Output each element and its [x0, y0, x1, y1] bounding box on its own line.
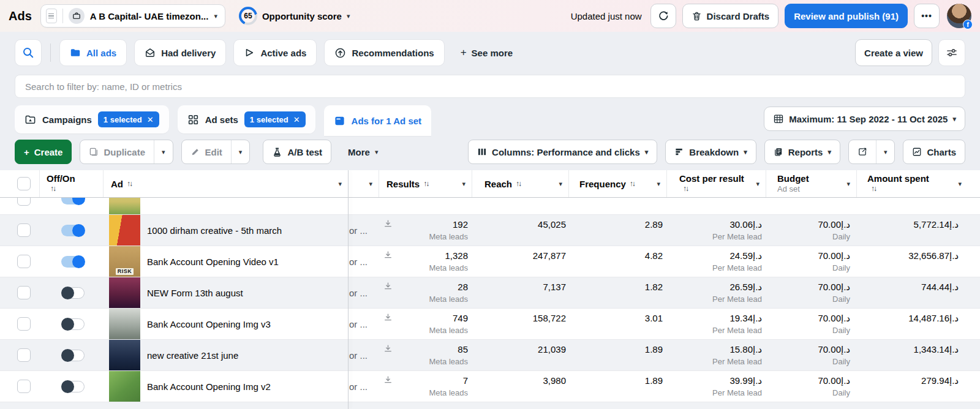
opportunity-score[interactable]: 65 Opportunity score ▾: [239, 7, 350, 25]
close-icon[interactable]: ✕: [293, 115, 300, 124]
download-leads-icon[interactable]: [383, 250, 393, 260]
view-settings-button[interactable]: [938, 39, 965, 66]
edit-button[interactable]: Edit: [182, 140, 231, 163]
row-checkbox[interactable]: [17, 348, 31, 362]
ad-sets-selected-badge[interactable]: 1 selected ✕: [244, 111, 306, 127]
budget-cell[interactable]: 70.00د.إDaily: [766, 215, 856, 246]
charts-button[interactable]: Charts: [903, 140, 965, 164]
ab-test-button[interactable]: A/B test: [263, 140, 331, 164]
ad-name-link[interactable]: new creative 21st june: [147, 350, 238, 361]
ads-icon: [334, 115, 345, 127]
row-checkbox[interactable]: [17, 286, 31, 299]
search-input[interactable]: [15, 75, 965, 98]
results-cell: 192Meta leads: [379, 215, 472, 246]
amount-spent-cell: 1,343.14د.إ: [856, 340, 980, 370]
column-header-ad[interactable]: Ad↑↓ ▾: [103, 170, 348, 197]
ad-toggle[interactable]: [61, 318, 85, 330]
close-icon[interactable]: ✕: [147, 115, 154, 124]
divider: [50, 43, 51, 62]
ad-toggle[interactable]: [61, 198, 85, 204]
amount-spent-cell: 5,772.14د.إ: [856, 215, 980, 246]
ad-name-link[interactable]: 1000 dirham creative - 5th march: [147, 225, 282, 236]
download-leads-icon[interactable]: [383, 219, 393, 228]
row-checkbox[interactable]: [17, 317, 31, 331]
ad-thumbnail: [109, 198, 140, 214]
edit-dropdown[interactable]: ▾: [231, 140, 250, 163]
chevron-down-icon: ▾: [827, 148, 831, 156]
partial-row-bottom: [0, 402, 980, 409]
download-leads-icon[interactable]: [383, 313, 393, 322]
account-selector[interactable]: A B Capital- UAE timezon... ▾: [40, 4, 225, 28]
avatar[interactable]: f: [947, 4, 971, 28]
budget-cell[interactable]: 70.00د.إDaily: [766, 277, 856, 308]
create-a-view-button[interactable]: Create a view: [855, 39, 932, 66]
refresh-button[interactable]: [650, 4, 676, 28]
ad-name-link[interactable]: Bank Account Opening Img v2: [147, 381, 271, 392]
toggle-knob: [61, 318, 74, 331]
row-checkbox[interactable]: [17, 223, 31, 237]
row-checkbox[interactable]: [17, 380, 31, 393]
ad-name-link[interactable]: NEW Form 13th august: [147, 288, 243, 298]
export-icon: [858, 147, 867, 157]
table-row: NEW Form 13th august or ... 28Meta leads…: [0, 277, 980, 308]
chevron-down-icon: ▾: [559, 180, 562, 188]
date-range-selector[interactable]: Maximum: 11 Sep 2022 - 11 Oct 2025 ▾: [764, 107, 965, 131]
reports-button[interactable]: Reports ▾: [764, 140, 840, 164]
toolbar: + Create Duplicate ▾ Edit ▾ A/B test Mor…: [0, 136, 980, 170]
column-header-frequency[interactable]: Frequency↑↓ ▾: [568, 170, 666, 197]
tab-ads[interactable]: Ads for 1 Ad set: [324, 105, 431, 136]
column-header-results[interactable]: Results↑↓ ▾: [379, 170, 472, 197]
filter-all-ads[interactable]: All ads: [59, 39, 127, 66]
column-header-cost-per-result[interactable]: Cost per result↑↓ ▾: [666, 170, 766, 197]
review-and-publish-button[interactable]: Review and publish (91): [785, 4, 908, 28]
sort-icon: ↑↓: [127, 179, 132, 188]
row-checkbox[interactable]: [17, 255, 31, 268]
download-leads-icon[interactable]: [383, 344, 393, 353]
results-cell: 1,328Meta leads: [379, 246, 472, 277]
discard-drafts-button[interactable]: Discard Drafts: [682, 4, 779, 28]
search-button[interactable]: [15, 39, 42, 66]
filter-active-ads[interactable]: Active ads: [233, 39, 317, 66]
frequency-cell: 1.89: [568, 371, 666, 402]
column-header-reach[interactable]: Reach↑↓ ▾: [472, 170, 568, 197]
columns-button[interactable]: Columns: Performance and clicks ▾: [468, 140, 657, 164]
column-header-off-on[interactable]: Off/On↑↓: [39, 170, 103, 197]
filter-had-delivery[interactable]: Had delivery: [134, 39, 226, 66]
filter-recommendations[interactable]: Recommendations: [324, 39, 444, 66]
ad-toggle[interactable]: [61, 350, 85, 361]
ad-toggle[interactable]: [61, 225, 85, 236]
row-checkbox[interactable]: [17, 198, 31, 206]
budget-cell[interactable]: 70.00د.إDaily: [766, 246, 856, 277]
export-button[interactable]: [849, 140, 876, 163]
frozen-pane-divider[interactable]: [348, 170, 349, 409]
cost-per-result-cell: 19.34د.إPer Meta lead: [666, 309, 766, 339]
ad-toggle[interactable]: [61, 256, 85, 268]
results-cell: 749Meta leads: [379, 309, 472, 339]
more-options-button[interactable]: •••: [914, 4, 940, 28]
select-all-checkbox[interactable]: [17, 177, 31, 190]
download-leads-icon[interactable]: [383, 282, 393, 291]
export-dropdown[interactable]: ▾: [876, 140, 895, 163]
duplicate-dropdown[interactable]: ▾: [154, 140, 173, 163]
breakdown-button[interactable]: Breakdown ▾: [665, 140, 756, 164]
budget-cell[interactable]: 70.00د.إDaily: [766, 340, 856, 370]
ad-name-link[interactable]: Bank Account Opening Img v3: [147, 319, 271, 329]
ad-name-link[interactable]: Bank Account Opening Video v1: [147, 257, 279, 267]
create-button[interactable]: + Create: [15, 140, 72, 164]
column-header-amount-spent[interactable]: Amount spent↑↓ ▾: [856, 170, 980, 197]
campaigns-selected-badge[interactable]: 1 selected ✕: [98, 111, 159, 127]
budget-cell[interactable]: Daily: [766, 198, 856, 214]
column-header-budget[interactable]: BudgetAd set ▾: [766, 170, 856, 197]
budget-cell[interactable]: 70.00د.إDaily: [766, 309, 856, 339]
more-button[interactable]: More ▾: [344, 140, 382, 164]
budget-cell[interactable]: 70.00د.إDaily: [766, 371, 856, 402]
download-leads-icon[interactable]: [383, 375, 393, 385]
ad-toggle[interactable]: [61, 287, 85, 299]
duplicate-button[interactable]: Duplicate: [80, 140, 154, 163]
frequency-cell: 2.89: [568, 215, 666, 246]
column-header-clipped[interactable]: ▾: [348, 170, 379, 197]
see-more-button[interactable]: + See more: [461, 39, 513, 66]
tab-ad-sets[interactable]: Ad sets 1 selected ✕: [178, 105, 315, 133]
ad-toggle[interactable]: [61, 381, 85, 392]
tab-campaigns[interactable]: Campaigns 1 selected ✕: [15, 105, 169, 133]
